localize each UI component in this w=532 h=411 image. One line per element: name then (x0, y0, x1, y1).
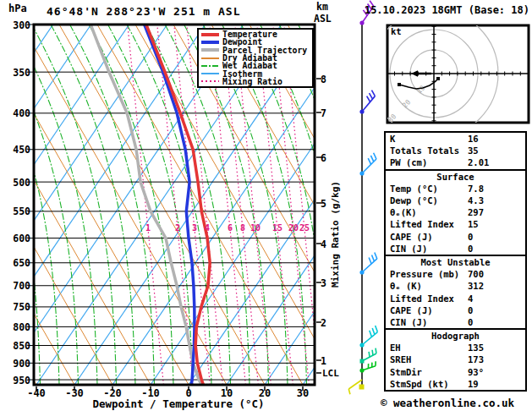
mixing-ratio-value-label: 1 (140, 223, 156, 233)
stats-row-label: CAPE (J) (390, 305, 468, 315)
stats-row: θₑ (K)312 (386, 280, 525, 292)
stats-row-label: K (390, 134, 468, 144)
pressure-tick-label: 400 (3, 107, 30, 119)
stats-section: Most UnstablePressure (mb)700θₑ (K)312Li… (386, 255, 525, 328)
stats-row: StmSpd (kt)19 (386, 378, 525, 390)
stats-row-value: 15 (468, 219, 521, 229)
temp-tick-label: 30 (286, 387, 320, 399)
stats-row: Totals Totals35 (386, 145, 525, 156)
temp-tick-label: -40 (19, 387, 53, 399)
stats-row-label: Pressure (mb) (390, 269, 468, 279)
stats-row-label: StmDir (390, 367, 468, 377)
legend-swatch (201, 80, 219, 82)
stats-row-value: 0 (468, 305, 521, 315)
sounding-page: 102030 hPa 46°48'N 288°23'W 251 m ASL km… (0, 0, 532, 411)
lcl-label: LCL (322, 368, 339, 379)
mixing-ratio-value-label: 25 (296, 223, 313, 233)
pressure-tick-label: 600 (3, 233, 30, 244)
stats-row-label: θₑ(K) (390, 207, 468, 217)
valid-datetime: 15.10.2023 18GMT (Base: 18) (342, 4, 529, 16)
stats-row: Lifted Index15 (386, 218, 525, 230)
km-tick-label: 5 (321, 198, 326, 210)
pressure-tick-label: 650 (3, 257, 30, 269)
pressure-tick-label: 500 (3, 177, 30, 189)
stats-row-label: Temp (°C) (390, 184, 468, 194)
pressure-tick-label: 700 (3, 280, 30, 292)
stats-row: θₑ(K)297 (386, 206, 525, 218)
stats-row-value: 93° (468, 367, 521, 377)
pressure-tick-label: 750 (3, 301, 30, 313)
stats-row: Pressure (mb)700 (386, 268, 525, 280)
mixing-ratio-value-label: 15 (269, 223, 286, 233)
stats-row: SREH173 (386, 353, 525, 365)
pressure-axis-unit: hPa (8, 3, 27, 14)
stats-row-label: Lifted Index (390, 219, 468, 229)
legend-swatch (201, 65, 219, 67)
stats-row-label: Totals Totals (390, 145, 468, 156)
pressure-tick-label: 550 (3, 206, 30, 217)
legend-swatch (201, 58, 219, 59)
stats-row-value: 19 (468, 379, 521, 389)
stats-row: StmDir93° (386, 366, 525, 378)
km-tick-label: 2 (321, 317, 326, 329)
stats-row-label: Lifted Index (390, 293, 468, 304)
legend-box: TemperatureDewpointParcel TrajectoryDry … (197, 28, 314, 88)
mixing-ratio-value-label: 2 (169, 223, 186, 233)
parcel-trajectory-curve (90, 25, 201, 385)
stats-row-value: 700 (468, 269, 521, 279)
stats-row: CAPE (J)0 (386, 304, 525, 316)
pressure-tick-label: 900 (3, 358, 30, 370)
stats-section-header: Surface (386, 171, 525, 183)
stats-row-label: θₑ (K) (390, 281, 468, 291)
km-tick-label: 8 (321, 74, 326, 85)
stats-row-value: 4 (468, 293, 521, 304)
stats-row-value: 35 (468, 145, 521, 156)
stats-row: PW (cm)2.01 (386, 156, 525, 168)
stats-row: CAPE (J)0 (386, 231, 525, 243)
stats-section-header: Hodograph (386, 330, 525, 342)
legend-label: Mixing Ratio (222, 77, 282, 86)
km-tick-label: 3 (321, 277, 326, 289)
stats-row-label: CIN (J) (390, 244, 468, 254)
legend-swatch (201, 33, 219, 36)
stats-row-label: StmSpd (kt) (390, 379, 468, 389)
km-tick-label: 6 (321, 152, 326, 164)
km-tick-label: 1 (321, 355, 326, 367)
mixing-ratio-value-label: 10 (247, 223, 264, 233)
stats-row-value: 7.8 (468, 184, 521, 194)
stats-row: K16 (386, 133, 525, 145)
stats-row-label: Dewp (°C) (390, 195, 468, 206)
stats-row: Lifted Index4 (386, 292, 525, 304)
stats-row-value: 0 (468, 232, 521, 242)
wind-barbs-group (348, 1, 377, 394)
stats-row-label: PW (cm) (390, 157, 468, 167)
stats-row: CIN (J)0 (386, 243, 525, 255)
km-tick-label: 7 (321, 107, 326, 119)
stats-row: Temp (°C)7.8 (386, 183, 525, 195)
stats-row: CIN (J)0 (386, 316, 525, 328)
hodograph-unit-label: kt (391, 26, 402, 36)
legend-item: Mixing Ratio (201, 78, 312, 85)
pressure-tick-label: 300 (3, 19, 30, 31)
stats-row-value: 0 (468, 317, 521, 327)
stats-row-value: 2.01 (468, 157, 521, 167)
stats-row: EH135 (386, 342, 525, 353)
stats-row-label: CAPE (J) (390, 232, 468, 242)
altitude-axis-unit-km: km (316, 1, 328, 13)
stats-row-value: 135 (468, 342, 521, 353)
stats-row-value: 16 (468, 134, 521, 144)
pressure-tick-label: 950 (3, 375, 30, 386)
km-ticks (316, 79, 321, 373)
stats-row-value: 0 (468, 244, 521, 254)
stats-section: HodographEH135SREH173StmDir93°StmSpd (kt… (386, 328, 525, 390)
legend-swatch (201, 48, 219, 52)
copyright: © weatheronline.co.uk (381, 397, 514, 409)
legend-swatch (201, 73, 219, 74)
pressure-tick-label: 800 (3, 321, 30, 333)
stats-row-value: 173 (468, 354, 521, 364)
stats-table: K16Totals Totals35PW (cm)2.01SurfaceTemp… (384, 131, 527, 392)
stats-section: SurfaceTemp (°C)7.8Dewp (°C)4.3θₑ(K)297L… (386, 169, 525, 255)
km-tick-label: 4 (321, 238, 326, 250)
stats-row-label: EH (390, 342, 468, 353)
stats-row-value: 312 (468, 281, 521, 291)
